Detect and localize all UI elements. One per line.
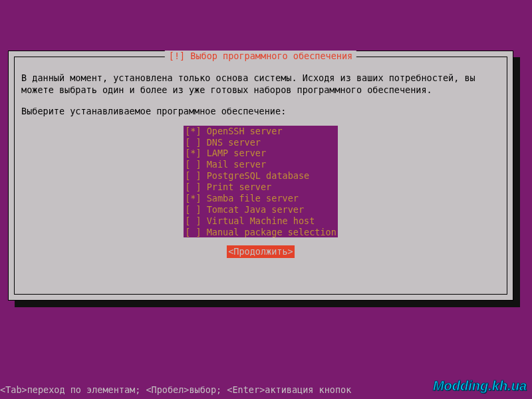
option-row[interactable]: [ ] Virtual Machine host <box>184 215 338 227</box>
checkbox-icon: [ ] <box>185 215 201 226</box>
checkbox-icon: [*] <box>185 148 201 158</box>
dialog-inner-frame: [!] Выбор программного обеспечения В дан… <box>14 57 507 295</box>
checkbox-icon: [ ] <box>185 137 201 148</box>
dialog-title: [!] Выбор программного обеспечения <box>165 51 356 61</box>
watermark-text: Modding.kh.ua <box>433 378 527 394</box>
checkbox-icon: [ ] <box>185 204 201 215</box>
options-list-wrap: [*] OpenSSH server [ ] DNS server [*] LA… <box>21 126 500 238</box>
software-selection-dialog: [!] Выбор программного обеспечения В дан… <box>8 51 513 301</box>
option-label: Mail server <box>207 159 336 170</box>
checkbox-icon: [ ] <box>185 227 201 237</box>
option-row[interactable]: [ ] Manual package selection <box>184 227 338 238</box>
option-label: OpenSSH server <box>207 126 336 136</box>
option-label: Samba file server <box>207 193 336 203</box>
dialog-content: В данный момент, установлена только осно… <box>15 57 507 263</box>
checkbox-icon: [ ] <box>185 159 201 170</box>
option-row[interactable]: [*] Samba file server <box>184 193 338 204</box>
option-row[interactable]: [ ] Tomcat Java server <box>184 204 338 215</box>
checkbox-icon: [*] <box>185 193 201 203</box>
option-row[interactable]: [ ] DNS server <box>184 137 338 148</box>
continue-wrap: <Продолжить> <box>21 245 500 257</box>
option-row[interactable]: [*] OpenSSH server <box>184 126 338 137</box>
prompt-text: Выберите устанавливаемое программное обе… <box>21 105 500 117</box>
intro-text: В данный момент, установлена только осно… <box>21 72 500 96</box>
option-label: PostgreSQL database <box>207 170 336 181</box>
option-label: Tomcat Java server <box>207 204 336 215</box>
option-row[interactable]: [ ] Mail server <box>184 159 338 170</box>
option-label: Manual package selection <box>207 227 336 237</box>
option-row[interactable]: [ ] PostgreSQL database <box>184 170 338 182</box>
checkbox-icon: [*] <box>185 126 201 136</box>
options-list[interactable]: [*] OpenSSH server [ ] DNS server [*] LA… <box>184 126 338 238</box>
option-row[interactable]: [*] LAMP server <box>184 148 338 159</box>
continue-button[interactable]: <Продолжить> <box>227 245 295 257</box>
option-label: Print server <box>207 182 336 192</box>
option-row[interactable]: [ ] Print server <box>184 182 338 193</box>
option-label: Virtual Machine host <box>207 215 336 226</box>
option-label: LAMP server <box>207 148 336 158</box>
option-label: DNS server <box>207 137 336 148</box>
checkbox-icon: [ ] <box>185 182 201 192</box>
checkbox-icon: [ ] <box>185 170 201 181</box>
help-bar: <Tab>переход по элементам; <Пробел>выбор… <box>0 384 351 395</box>
